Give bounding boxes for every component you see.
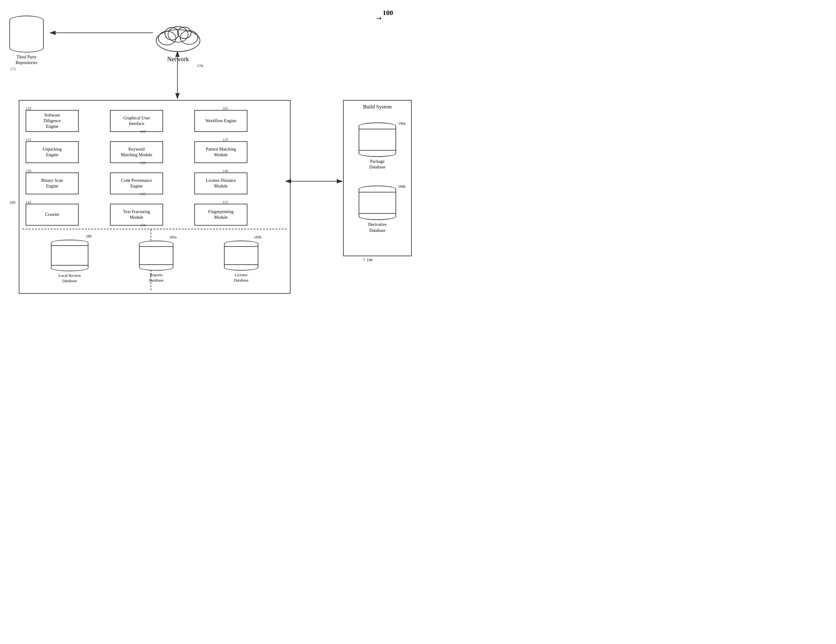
module-gui-label: Graphical UserInterface: [123, 115, 150, 127]
module-workflow: Workflow Engine: [194, 110, 247, 132]
module-licdist: License DistanceModule: [194, 172, 247, 195]
ref-licdist: 140: [222, 169, 228, 173]
module-workflow-label: Workflow Engine: [205, 118, 237, 124]
module-pattern: Pattern MatchingModule: [194, 141, 247, 163]
ref-codeprov: 135: [140, 192, 145, 196]
dashed-divider-horiz: [23, 229, 287, 229]
derivative-db-container: 190b DerivativeDatabase: [359, 186, 396, 233]
package-db: [359, 123, 396, 157]
module-unpack: UnpackingEngine: [26, 141, 79, 163]
figure-arrow: ↙: [374, 14, 383, 23]
module-pattern-label: Pattern MatchingModule: [206, 147, 236, 158]
reports-db-refnum: 185a: [169, 235, 176, 240]
localreview-db-label: Local ReviewDatabase: [59, 273, 81, 284]
main-box-refnum: 105: [9, 200, 16, 205]
package-db-label: PackageDatabase: [369, 159, 385, 170]
localreview-db-refnum: 180: [86, 234, 91, 239]
localreview-db: [51, 240, 88, 271]
third-party-container: Third Party Repositories 175: [9, 16, 44, 70]
module-crawler-label: Crawler: [45, 212, 59, 217]
localreview-db-container: Local ReviewDatabase 180: [51, 240, 88, 284]
build-system-box: Build System 190a PackageDatabase 190b D…: [343, 100, 412, 256]
third-party-refnum: 175: [10, 67, 44, 72]
license-db-refnum: 185b: [254, 235, 261, 240]
module-binary-label: Binary ScanEngine: [42, 178, 63, 189]
module-fingerprint: FingerprintingModule: [194, 204, 247, 226]
network-refnum: 170: [150, 64, 206, 69]
license-db-container: LicenseDatabase 185b: [224, 240, 258, 283]
module-textfrac-label: Text FracturingModule: [123, 209, 150, 220]
figure-number: 100: [383, 9, 393, 17]
module-keyword-label: KeywordMatching Module: [121, 147, 152, 158]
reports-db-container: ReportsDatabase 185a: [139, 240, 173, 283]
derivative-db-refnum: 190b: [398, 185, 405, 189]
third-party-cylinder: [9, 16, 44, 52]
ref-workflow: 165: [222, 106, 228, 111]
reports-db: [139, 240, 173, 271]
cloud-svg: [150, 16, 206, 53]
module-gui: Graphical UserInterface: [110, 110, 163, 132]
module-sde: SoftwareDiligenceEngine: [26, 110, 79, 132]
module-licdist-label: License DistanceModule: [206, 178, 236, 189]
network-label: Network: [150, 56, 206, 63]
ref-binary: 130: [26, 169, 31, 173]
build-system-title: Build System: [344, 104, 411, 110]
ref-gui: 160: [140, 129, 145, 134]
network-container: Network 170: [150, 16, 206, 69]
package-db-container: 190a PackageDatabase: [359, 123, 396, 170]
ref-textfrac: 150: [140, 223, 145, 228]
build-dbs-container: 190a PackageDatabase 190b DerivativeData…: [344, 116, 411, 234]
module-binary: Binary ScanEngine: [26, 172, 79, 195]
derivative-db: [359, 186, 396, 220]
module-unpack-label: UnpackingEngine: [42, 147, 62, 158]
ref-fingerprint: 155: [222, 200, 228, 205]
module-sde-label: SoftwareDiligenceEngine: [44, 113, 60, 130]
build-system-refnum: └190: [362, 257, 373, 263]
svg-rect-6: [156, 39, 200, 52]
ref-pattern: 125: [222, 137, 228, 142]
module-fingerprint-label: FingerprintingModule: [208, 209, 233, 220]
ref-keyword: 120: [140, 160, 145, 165]
ref-crawler: 145: [26, 200, 31, 205]
module-textfrac: Text FracturingModule: [110, 204, 163, 226]
module-codeprov: Code ProvenanceEngine: [110, 172, 163, 195]
license-db: [224, 240, 258, 271]
ref-sde: 110: [26, 106, 31, 111]
modules-grid: SoftwareDiligenceEngine 110 Graphical Us…: [23, 104, 287, 226]
module-keyword: KeywordMatching Module: [110, 141, 163, 163]
module-codeprov-label: Code ProvenanceEngine: [121, 178, 152, 189]
reports-db-label: ReportsDatabase: [149, 273, 164, 283]
module-crawler: Crawler: [26, 204, 79, 226]
ref-unpack: 115: [26, 137, 31, 142]
third-party-label: Third Party Repositories: [9, 54, 44, 65]
derivative-db-label: DerivativeDatabase: [368, 222, 387, 233]
main-system-box: SoftwareDiligenceEngine 110 Graphical Us…: [19, 100, 291, 294]
license-db-label: LicenseDatabase: [233, 273, 249, 283]
package-db-refnum: 190a: [398, 121, 405, 126]
